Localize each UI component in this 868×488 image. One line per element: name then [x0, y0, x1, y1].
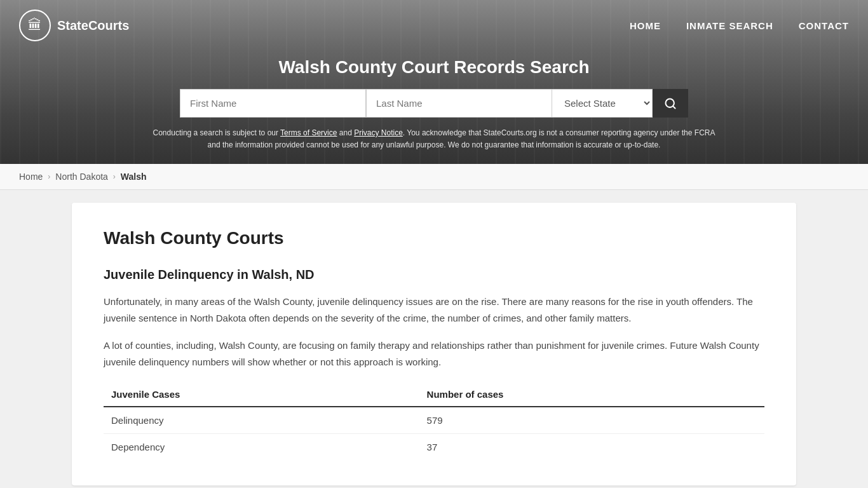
- table-cell-value: 37: [419, 434, 764, 461]
- breadcrumb: Home › North Dakota › Walsh: [0, 164, 868, 190]
- navigation: 🏛 StateCourts HOME INMATE SEARCH CONTACT: [0, 0, 868, 51]
- state-select[interactable]: Select StateAlabamaAlaskaArizonaArkansas…: [552, 89, 653, 118]
- main-content: Walsh County Courts Juvenile Delinquency…: [59, 190, 809, 488]
- section1-title: Juvenile Delinquency in Walsh, ND: [104, 268, 764, 282]
- nav-links: HOME INMATE SEARCH CONTACT: [630, 20, 849, 31]
- logo-text: StateCourts: [57, 18, 129, 33]
- body-para-2: A lot of counties, including, Walsh Coun…: [104, 337, 764, 370]
- last-name-input[interactable]: [366, 89, 552, 118]
- nav-inmate-search[interactable]: INMATE SEARCH: [686, 20, 773, 31]
- search-form: Select StateAlabamaAlaskaArizonaArkansas…: [180, 89, 688, 118]
- svg-line-1: [673, 105, 675, 108]
- breadcrumb-county: Walsh: [121, 172, 147, 182]
- breadcrumb-home[interactable]: Home: [19, 172, 43, 182]
- search-button[interactable]: [653, 89, 688, 118]
- page-title: Walsh County Courts: [104, 228, 764, 248]
- first-name-input[interactable]: [180, 89, 366, 118]
- content-card: Walsh County Courts Juvenile Delinquency…: [72, 203, 796, 485]
- disclaimer-text: Conducting a search is subject to our Te…: [148, 127, 720, 151]
- table-cell-value: 579: [419, 407, 764, 434]
- table-col1-header: Juvenile Cases: [104, 383, 419, 407]
- logo-link[interactable]: 🏛 StateCourts: [19, 10, 129, 41]
- breadcrumb-sep-2: ›: [113, 172, 116, 181]
- table-cell-label: Dependency: [104, 434, 419, 461]
- body-para-1: Unfortunately, in many areas of the Wals…: [104, 294, 764, 326]
- breadcrumb-state[interactable]: North Dakota: [55, 172, 107, 182]
- tos-link[interactable]: Terms of Service: [280, 128, 337, 137]
- nav-home[interactable]: HOME: [630, 20, 661, 31]
- privacy-link[interactable]: Privacy Notice: [354, 128, 403, 137]
- nav-contact[interactable]: CONTACT: [799, 20, 849, 31]
- site-header: 🏛 StateCourts HOME INMATE SEARCH CONTACT…: [0, 0, 868, 164]
- table-cell-label: Delinquency: [104, 407, 419, 434]
- table-col2-header: Number of cases: [419, 383, 764, 407]
- logo-icon: 🏛: [19, 10, 51, 41]
- table-row: Dependency37: [104, 434, 764, 461]
- breadcrumb-sep-1: ›: [48, 172, 50, 181]
- header-title: Walsh County Court Records Search: [13, 57, 855, 78]
- search-icon: [664, 97, 677, 110]
- juvenile-cases-table: Juvenile Cases Number of cases Delinquen…: [104, 383, 764, 460]
- search-section: Walsh County Court Records Search Select…: [0, 51, 868, 164]
- table-row: Delinquency579: [104, 407, 764, 434]
